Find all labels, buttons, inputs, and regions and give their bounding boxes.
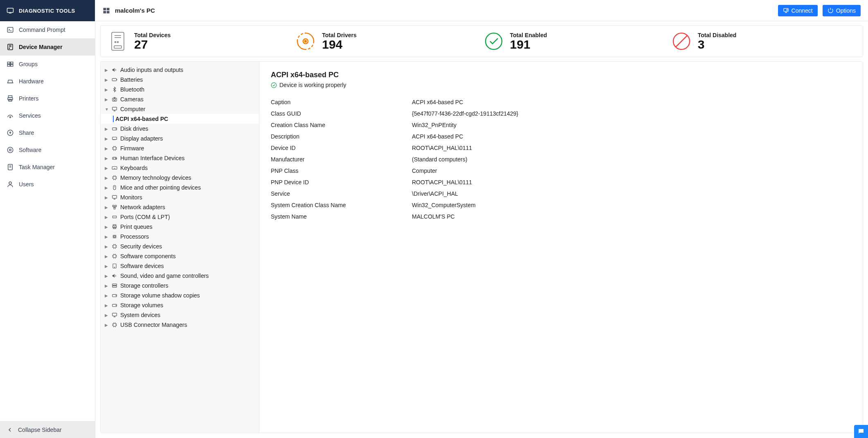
content-panel: ▶Audio inputs and outputs▶Batteries▶Blue… [100, 61, 863, 433]
camera-icon [111, 96, 118, 103]
tree-category[interactable]: ▶USB Connector Managers [101, 320, 259, 330]
sidebar-item-label: Device Manager [19, 44, 63, 50]
svg-point-117 [114, 267, 115, 268]
svg-point-36 [486, 33, 502, 49]
svg-rect-10 [11, 65, 13, 67]
sidebar-item-groups[interactable]: Groups [0, 56, 95, 73]
tree-category[interactable]: ▶Display adapters [101, 134, 259, 143]
sidebar-item-device-manager[interactable]: Device Manager [0, 38, 95, 56]
stat-value: 3 [698, 38, 737, 51]
sidebar-item-services[interactable]: Services [0, 107, 95, 124]
caret-right-icon: ▶ [105, 225, 109, 229]
property-value: (Standard computers) [412, 156, 467, 163]
tree-category-label: Firmware [120, 145, 144, 152]
tree-category[interactable]: ▶Firmware [101, 143, 259, 153]
tree-category-label: Keyboards [120, 165, 148, 171]
svg-rect-8 [11, 62, 13, 64]
windows-icon [103, 7, 110, 14]
svg-rect-39 [112, 78, 117, 81]
tree-category[interactable]: ▶Security devices [101, 241, 259, 251]
tree-category[interactable]: ▶Bluetooth [101, 85, 259, 94]
users-icon [7, 181, 14, 188]
tree-category[interactable]: ▶Network adapters [101, 202, 259, 212]
tree-category[interactable]: ▼Computer [101, 104, 259, 114]
gamepad-icon [111, 155, 118, 161]
caret-right-icon: ▶ [105, 146, 109, 151]
tree-category[interactable]: ▶Mice and other pointing devices [101, 183, 259, 192]
svg-rect-88 [114, 208, 115, 209]
sidebar-item-label: Users [19, 181, 34, 188]
collapse-sidebar-button[interactable]: Collapse Sidebar [0, 421, 95, 438]
svg-rect-87 [115, 205, 117, 207]
sidebar-item-users[interactable]: Users [0, 176, 95, 193]
sidebar-item-task-manager[interactable]: Task Manager [0, 159, 95, 176]
device-details: ACPI x64-based PC Device is working prop… [259, 62, 863, 433]
property-row: Service\Driver\ACPI_HAL [271, 188, 851, 199]
tree-category[interactable]: ▶Software components [101, 251, 259, 261]
tree-category[interactable]: ▶Keyboards [101, 163, 259, 173]
disk-icon [111, 302, 118, 308]
tree-category[interactable]: ▶Human Interface Devices [101, 153, 259, 163]
main: malcolm's PC Connect Options [95, 0, 868, 438]
sidebar-item-label: Software [19, 147, 41, 153]
tree-category[interactable]: ▶Storage controllers [101, 281, 259, 291]
caret-right-icon: ▶ [105, 156, 109, 161]
connect-button[interactable]: Connect [778, 5, 818, 16]
tree-category[interactable]: ▶System devices [101, 310, 259, 320]
svg-rect-107 [113, 255, 116, 258]
sidebar-item-software[interactable]: Software [0, 141, 95, 159]
connect-label: Connect [792, 7, 813, 14]
property-row: CaptionACPI x64-based PC [271, 96, 851, 108]
sidebar-item-label: Task Manager [19, 164, 55, 170]
svg-rect-98 [113, 245, 116, 248]
caret-right-icon: ▶ [105, 136, 109, 141]
tree-device-label: ACPI x64-based PC [115, 116, 168, 122]
caret-right-icon: ▶ [105, 235, 109, 239]
tree-category[interactable]: ▶Print queues [101, 222, 259, 232]
property-key: Description [271, 133, 412, 140]
tree-category-label: Computer [120, 106, 145, 112]
caret-right-icon: ▶ [105, 215, 109, 219]
tree-category[interactable]: ▶Storage volume shadow copies [101, 291, 259, 300]
property-row: Creation Class NameWin32_PnPEntity [271, 119, 851, 131]
sidebar-item-hardware[interactable]: Hardware [0, 73, 95, 90]
tree-category[interactable]: ▶Disk drives [101, 124, 259, 134]
tree-category-label: Cameras [120, 96, 144, 103]
options-button[interactable]: Options [823, 5, 861, 16]
sidebar-item-command-prompt[interactable]: Command Prompt [0, 21, 95, 38]
tree-category[interactable]: ▶Audio inputs and outputs [101, 65, 259, 75]
tree-category[interactable]: ▶Batteries [101, 75, 259, 85]
sidebar-item-share[interactable]: Share [0, 124, 95, 141]
tree-category[interactable]: ▶Memory technology devices [101, 173, 259, 183]
tree-category[interactable]: ▶Sound, video and game controllers [101, 271, 259, 281]
tree-device[interactable]: ACPI x64-based PC [101, 114, 259, 124]
svg-point-123 [116, 305, 116, 306]
property-row: PNP Device IDROOT\ACPI_HAL\0111 [271, 177, 851, 188]
svg-point-18 [9, 149, 11, 151]
sidebar-item-label: Groups [19, 61, 38, 67]
caret-right-icon: ▶ [105, 195, 109, 200]
tree-category[interactable]: ▶Storage volumes [101, 300, 259, 310]
tree-category-label: Software components [120, 253, 175, 259]
sidebar-title: DIAGNOSTIC TOOLS [19, 8, 75, 14]
options-label: Options [836, 7, 856, 14]
sidebar: DIAGNOSTIC TOOLS Command PromptDevice Ma… [0, 0, 95, 438]
bluetooth-icon [111, 86, 118, 93]
check-circle-icon [271, 82, 277, 88]
volume-icon [111, 67, 118, 73]
collapse-sidebar-label: Collapse Sidebar [18, 427, 62, 433]
svg-point-32 [117, 42, 119, 43]
caret-right-icon: ▶ [105, 284, 109, 288]
caret-right-icon: ▶ [105, 274, 109, 278]
tree-category[interactable]: ▶Monitors [101, 192, 259, 202]
tree-category[interactable]: ▶Cameras [101, 94, 259, 104]
chat-button[interactable] [854, 425, 868, 438]
tree-category[interactable]: ▶Ports (COM & LPT) [101, 212, 259, 222]
sidebar-item-printers[interactable]: Printers [0, 90, 95, 107]
svg-line-38 [676, 36, 687, 47]
tree-category[interactable]: ▶Processors [101, 232, 259, 241]
property-row: Device IDROOT\ACPI_HAL\0111 [271, 142, 851, 154]
svg-point-17 [7, 147, 13, 153]
svg-rect-1 [7, 27, 13, 32]
tree-category[interactable]: ▶Software devices [101, 261, 259, 271]
